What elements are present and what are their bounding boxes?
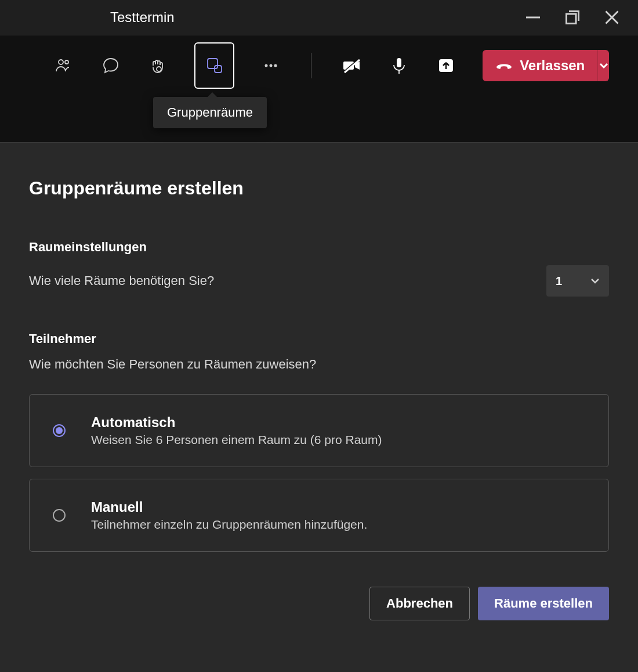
minimize-button[interactable]	[524, 9, 542, 26]
titlebar: Testtermin	[0, 0, 638, 35]
option-manual-text: Manuell Teilnehmer einzeln zu Gruppenräu…	[91, 499, 367, 532]
toolbar-divider	[311, 53, 311, 78]
room-count-select[interactable]: 1	[546, 265, 609, 297]
panel-actions: Abbrechen Räume erstellen	[29, 587, 609, 620]
leave-button-group: Verlassen	[483, 50, 609, 81]
more-options-button[interactable]	[260, 53, 282, 78]
svg-rect-7	[208, 59, 217, 68]
tooltip-breakout-rooms: Gruppenräume	[153, 97, 267, 128]
leave-dropdown-button[interactable]	[597, 50, 609, 81]
maximize-button[interactable]	[564, 9, 581, 26]
svg-rect-14	[397, 58, 401, 67]
option-manual-subtitle: Teilnehmer einzeln zu Gruppenräumen hinz…	[91, 518, 367, 532]
svg-point-9	[265, 64, 268, 67]
svg-rect-1	[567, 14, 577, 24]
option-automatic-title: Automatisch	[91, 414, 382, 431]
option-automatic-text: Automatisch Weisen Sie 6 Personen einem …	[91, 414, 382, 447]
option-manual-title: Manuell	[91, 499, 367, 515]
meeting-stage	[0, 96, 638, 142]
option-automatic[interactable]: Automatisch Weisen Sie 6 Personen einem …	[29, 394, 609, 467]
option-automatic-subtitle: Weisen Sie 6 Personen einem Raum zu (6 p…	[91, 433, 382, 447]
chat-button[interactable]	[100, 53, 122, 78]
rooms-question: Wie viele Räume benötigen Sie?	[29, 273, 214, 288]
participants-button[interactable]	[52, 53, 74, 78]
participants-section: Teilnehmer Wie möchten Sie Personen zu R…	[29, 331, 609, 552]
svg-point-5	[65, 60, 68, 64]
chevron-down-icon	[590, 276, 600, 286]
window-title: Testtermin	[110, 9, 175, 26]
participants-question: Wie möchten Sie Personen zu Räumen zuwei…	[29, 357, 609, 372]
participants-section-label: Teilnehmer	[29, 331, 609, 346]
breakout-rooms-panel: Gruppenräume erstellen Raumeinstellungen…	[0, 142, 638, 672]
reactions-button[interactable]	[147, 53, 169, 78]
rooms-count-row: Wie viele Räume benötigen Sie? 1	[29, 265, 609, 297]
option-manual[interactable]: Manuell Teilnehmer einzeln zu Gruppenräu…	[29, 479, 609, 552]
close-button[interactable]	[603, 9, 621, 26]
svg-point-10	[270, 64, 273, 67]
microphone-button[interactable]	[388, 53, 410, 78]
radio-automatic[interactable]	[53, 424, 66, 437]
leave-button[interactable]: Verlassen	[483, 50, 597, 81]
leave-label: Verlassen	[520, 57, 585, 74]
window-controls	[524, 9, 638, 26]
svg-point-6	[157, 67, 161, 71]
breakout-rooms-button[interactable]	[194, 42, 234, 89]
camera-off-button[interactable]	[340, 53, 362, 78]
svg-rect-8	[215, 66, 222, 73]
create-rooms-button[interactable]: Räume erstellen	[478, 587, 609, 620]
radio-manual[interactable]	[53, 509, 66, 522]
rooms-section-label: Raumeinstellungen	[29, 240, 609, 255]
room-count-value: 1	[556, 274, 562, 288]
cancel-button[interactable]: Abbrechen	[369, 587, 470, 620]
svg-point-11	[274, 64, 277, 67]
svg-point-4	[59, 60, 63, 64]
panel-title: Gruppenräume erstellen	[29, 178, 609, 199]
chevron-down-icon	[599, 61, 608, 70]
hangup-icon	[495, 57, 513, 74]
meeting-toolbar: Verlassen Gruppenräume	[0, 35, 638, 96]
share-content-button[interactable]	[435, 53, 457, 78]
